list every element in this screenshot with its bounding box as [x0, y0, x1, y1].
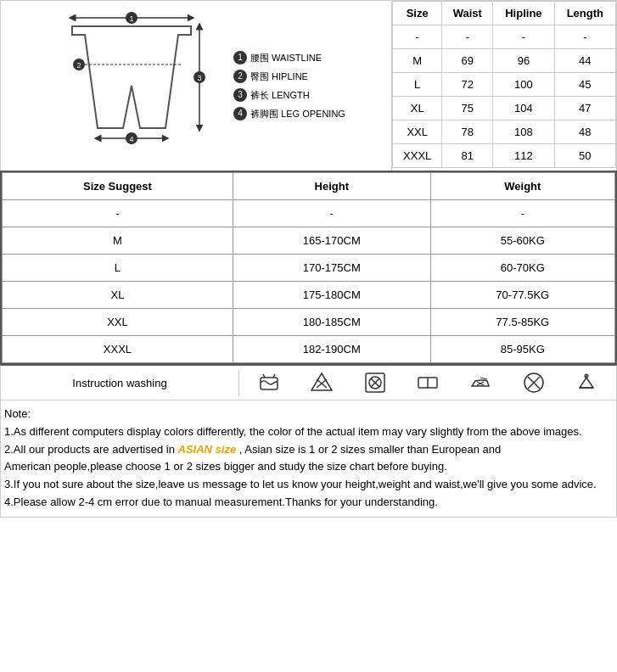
- col-header-size: Size: [393, 2, 442, 25]
- table-row: XXXL8111250: [393, 144, 616, 168]
- no-bleach-icon: [310, 371, 334, 395]
- no-wring-icon: [416, 371, 440, 395]
- svg-text:4: 4: [130, 135, 134, 143]
- suggest-col-weight: Weight: [430, 173, 614, 200]
- table-row: M699644: [393, 49, 616, 73]
- top-section: 1 2 3 4: [0, 0, 617, 171]
- note-line-3: American people,please choose 1 or 2 siz…: [4, 458, 613, 476]
- table-row: XXXL182-190CM85-95KG: [3, 336, 615, 363]
- legend-item-4: 4 裤脚围 LEG OPENING: [233, 104, 345, 123]
- table-row: XXL7810848: [393, 120, 616, 144]
- table-row: XL175-180CM70-77.5KG: [3, 282, 615, 309]
- col-header-hipline: Hipline: [493, 2, 554, 25]
- col-header-waist: Waist: [442, 2, 493, 25]
- suggest-col-height: Height: [233, 173, 430, 200]
- no-tumble-dry-icon: [363, 371, 387, 395]
- table-row: L7210045: [393, 73, 616, 97]
- legend-item-2: 2 臀围 HIPLINE: [233, 67, 345, 86]
- instruction-label: Instruction washing: [1, 370, 239, 396]
- legend-item-1: 1 腰围 WAISTLINE: [233, 48, 345, 67]
- no-dry-clean-icon: [522, 371, 546, 395]
- diagram-area: 1 2 3 4: [1, 1, 391, 171]
- legend-area: 1 腰围 WAISTLINE 2 臀围 HIPLINE 3 裤长 LENGTH …: [233, 48, 345, 123]
- svg-text:3: 3: [198, 74, 202, 82]
- table-row: M165-170CM55-60KG: [3, 227, 615, 255]
- instruction-row: Instruction washing: [0, 365, 617, 400]
- svg-text:1: 1: [130, 14, 134, 23]
- note-line-5: 4.Please allow 2-4 cm error due to manua…: [4, 494, 613, 512]
- hang-dry-icon: [575, 371, 598, 395]
- suggest-col-size: Size Suggest: [3, 173, 233, 200]
- table-row: XL7510447: [393, 97, 616, 120]
- table-row: L170-175CM60-70KG: [3, 255, 615, 282]
- legend-item-3: 3 裤长 LENGTH: [233, 86, 345, 104]
- measure-table: Size Waist Hipline Length ----M699644L72…: [392, 1, 616, 168]
- notes-section: Note: 1.As different computers display c…: [0, 400, 617, 518]
- suggest-table-wrapper: Size Suggest Height Weight ---M165-170CM…: [0, 171, 617, 365]
- svg-text:2: 2: [77, 61, 81, 70]
- note-line-1: 1.As different computers display colors …: [4, 423, 613, 441]
- col-header-length: Length: [554, 2, 615, 25]
- instruction-icons: [239, 366, 616, 400]
- suggest-table: Size Suggest Height Weight ---M165-170CM…: [2, 172, 615, 363]
- note-title: Note:: [4, 406, 613, 423]
- svg-line-24: [480, 378, 487, 379]
- shorts-diagram: 1 2 3 4: [47, 9, 216, 162]
- note-line-2: 2.All our products are advertised in ASI…: [4, 441, 613, 459]
- measure-table-area: Size Waist Hipline Length ----M699644L72…: [391, 1, 616, 171]
- asian-size-text: ASIAN size: [178, 443, 237, 456]
- table-row: ----: [393, 25, 616, 49]
- table-row: ---: [3, 200, 615, 227]
- no-iron-icon: [468, 371, 492, 395]
- svg-marker-15: [311, 373, 332, 390]
- wash-tub-icon: [257, 371, 281, 395]
- note-line-4: 3.If you not sure about the size,leave u…: [4, 476, 613, 494]
- table-row: XXL180-185CM77.5-85KG: [3, 309, 615, 336]
